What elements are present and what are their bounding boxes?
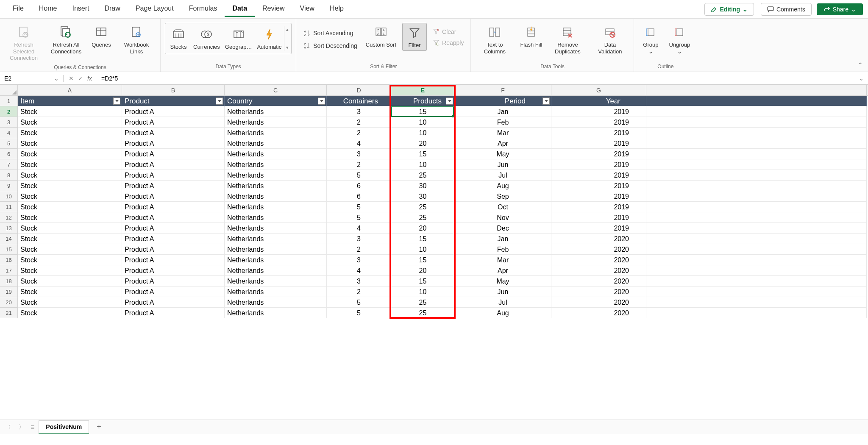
cell-F19[interactable]: Jun bbox=[455, 286, 551, 297]
cell-E21[interactable]: 25 bbox=[391, 308, 455, 318]
row-header-4[interactable]: 4 bbox=[0, 128, 18, 138]
cell-F10[interactable]: Sep bbox=[455, 191, 551, 202]
cell-E13[interactable]: 20 bbox=[391, 223, 455, 234]
cell-B9[interactable]: Product A bbox=[122, 181, 225, 191]
column-header-F[interactable]: F bbox=[455, 85, 551, 95]
cell-A10[interactable]: Stock bbox=[18, 191, 122, 202]
cell-D18[interactable]: 3 bbox=[327, 276, 391, 286]
cancel-formula-icon[interactable]: ✕ bbox=[69, 75, 74, 82]
cell-B7[interactable]: Product A bbox=[122, 159, 225, 170]
cell-A17[interactable]: Stock bbox=[18, 265, 122, 276]
comments-button[interactable]: Comments bbox=[761, 3, 812, 16]
row-header-12[interactable]: 12 bbox=[0, 212, 18, 223]
cell-A12[interactable]: Stock bbox=[18, 212, 122, 223]
cell-A13[interactable]: Stock bbox=[18, 223, 122, 234]
row-header-19[interactable]: 19 bbox=[0, 286, 18, 297]
select-all-corner[interactable] bbox=[0, 85, 18, 95]
cell-A16[interactable]: Stock bbox=[18, 255, 122, 265]
chevron-up-icon[interactable]: ▴ bbox=[286, 27, 289, 32]
cell-D7[interactable]: 2 bbox=[327, 159, 391, 170]
cell-A18[interactable]: Stock bbox=[18, 276, 122, 286]
cell-C18[interactable]: Netherlands bbox=[225, 276, 327, 286]
ungroup-button[interactable]: Ungroup⌄ bbox=[666, 23, 693, 56]
cell-E10[interactable]: 30 bbox=[391, 191, 455, 202]
cell-F21[interactable]: Aug bbox=[455, 308, 551, 318]
cell-C3[interactable]: Netherlands bbox=[225, 117, 327, 128]
column-header-G[interactable]: G bbox=[551, 85, 646, 95]
custom-sort-button[interactable]: ZAAZ Custom Sort bbox=[363, 23, 399, 50]
row-header-9[interactable]: 9 bbox=[0, 181, 18, 191]
cell-F11[interactable]: Oct bbox=[455, 202, 551, 212]
cell-C11[interactable]: Netherlands bbox=[225, 202, 327, 212]
cell-G14[interactable]: 2020 bbox=[551, 234, 646, 244]
cell-D14[interactable]: 3 bbox=[327, 234, 391, 244]
cell-A21[interactable]: Stock bbox=[18, 308, 122, 318]
cell-A19[interactable]: Stock bbox=[18, 286, 122, 297]
filter-dropdown-A[interactable] bbox=[113, 97, 120, 105]
cell-G17[interactable]: 2020 bbox=[551, 265, 646, 276]
cell-D2[interactable]: 3 bbox=[327, 106, 391, 117]
menu-file[interactable]: File bbox=[5, 1, 31, 17]
cell-E5[interactable]: 20 bbox=[391, 138, 455, 149]
cell-F7[interactable]: Jun bbox=[455, 159, 551, 170]
cell-G7[interactable]: 2019 bbox=[551, 159, 646, 170]
cell-E14[interactable]: 15 bbox=[391, 234, 455, 244]
cell-F9[interactable]: Aug bbox=[455, 181, 551, 191]
workbook-links-button[interactable]: Workbook Links bbox=[117, 23, 156, 56]
cell-G20[interactable]: 2020 bbox=[551, 297, 646, 308]
cell-F16[interactable]: Mar bbox=[455, 255, 551, 265]
cell-D6[interactable]: 3 bbox=[327, 149, 391, 159]
editing-mode-button[interactable]: Editing ⌄ bbox=[704, 3, 754, 16]
sort-ascending-button[interactable]: AZ Sort Ascending bbox=[300, 28, 360, 38]
cell-D20[interactable]: 5 bbox=[327, 297, 391, 308]
cell-A9[interactable]: Stock bbox=[18, 181, 122, 191]
cell-F6[interactable]: May bbox=[455, 149, 551, 159]
cell-E9[interactable]: 30 bbox=[391, 181, 455, 191]
row-header-5[interactable]: 5 bbox=[0, 138, 18, 149]
group-button[interactable]: Group⌄ bbox=[638, 23, 663, 56]
add-sheet-button[interactable]: + bbox=[93, 423, 105, 431]
column-header-A[interactable]: A bbox=[18, 85, 122, 95]
cell-E4[interactable]: 10 bbox=[391, 128, 455, 138]
cell-C17[interactable]: Netherlands bbox=[225, 265, 327, 276]
cell-F15[interactable]: Feb bbox=[455, 244, 551, 255]
cell-E7[interactable]: 10 bbox=[391, 159, 455, 170]
filter-dropdown-C[interactable] bbox=[318, 97, 325, 105]
cell-B8[interactable]: Product A bbox=[122, 170, 225, 181]
cell-F5[interactable]: Apr bbox=[455, 138, 551, 149]
cell-B2[interactable]: Product A bbox=[122, 106, 225, 117]
cell-F20[interactable]: Jul bbox=[455, 297, 551, 308]
cell-F18[interactable]: May bbox=[455, 276, 551, 286]
cell-B20[interactable]: Product A bbox=[122, 297, 225, 308]
sheet-nav-prev[interactable]: 〈 bbox=[3, 423, 13, 431]
cell-G10[interactable]: 2019 bbox=[551, 191, 646, 202]
row-header-3[interactable]: 3 bbox=[0, 117, 18, 128]
geography-button[interactable]: Geograp… bbox=[223, 25, 255, 52]
cell-A20[interactable]: Stock bbox=[18, 297, 122, 308]
sheet-tab-active[interactable]: PositiveNum bbox=[39, 420, 89, 434]
text-to-columns-button[interactable]: Text to Columns bbox=[475, 23, 514, 56]
cell-B4[interactable]: Product A bbox=[122, 128, 225, 138]
cell-D5[interactable]: 4 bbox=[327, 138, 391, 149]
cell-B17[interactable]: Product A bbox=[122, 265, 225, 276]
name-box[interactable]: E2 ⌄ bbox=[0, 75, 64, 82]
automatic-button[interactable]: Automatic bbox=[254, 25, 284, 52]
cell-E12[interactable]: 25 bbox=[391, 212, 455, 223]
cell-G21[interactable]: 2020 bbox=[551, 308, 646, 318]
header-cell-A[interactable]: Item bbox=[18, 96, 122, 106]
cell-C5[interactable]: Netherlands bbox=[225, 138, 327, 149]
cell-C19[interactable]: Netherlands bbox=[225, 286, 327, 297]
menu-home[interactable]: Home bbox=[31, 1, 65, 17]
queries-button[interactable]: Queries bbox=[89, 23, 114, 50]
menu-help[interactable]: Help bbox=[322, 1, 351, 17]
row-header-6[interactable]: 6 bbox=[0, 149, 18, 159]
cell-B10[interactable]: Product A bbox=[122, 191, 225, 202]
cell-C2[interactable]: Netherlands bbox=[225, 106, 327, 117]
cell-B6[interactable]: Product A bbox=[122, 149, 225, 159]
cell-E6[interactable]: 15 bbox=[391, 149, 455, 159]
cell-D16[interactable]: 3 bbox=[327, 255, 391, 265]
collapse-ribbon-button[interactable]: ⌃ bbox=[858, 61, 863, 68]
column-header-D[interactable]: D bbox=[327, 85, 391, 95]
cell-B12[interactable]: Product A bbox=[122, 212, 225, 223]
column-header-C[interactable]: C bbox=[225, 85, 327, 95]
